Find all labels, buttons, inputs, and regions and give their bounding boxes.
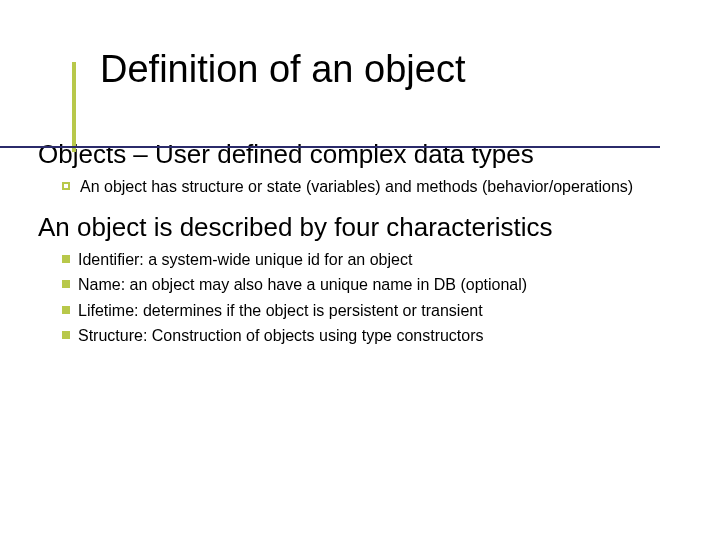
- bullet-icon: [62, 182, 70, 190]
- bullet-icon: [62, 255, 70, 263]
- bullet-list-1: An object has structure or state (variab…: [38, 176, 688, 198]
- list-item: Identifier: a system-wide unique id for …: [38, 249, 688, 271]
- title-area: Definition of an object: [0, 0, 720, 103]
- list-item: Lifetime: determines if the object is pe…: [38, 300, 688, 322]
- accent-bar: [72, 62, 76, 152]
- list-item-text: An object has structure or state (variab…: [80, 178, 633, 195]
- bullet-icon: [62, 331, 70, 339]
- slide-body: Objects – User defined complex data type…: [0, 103, 720, 347]
- list-item: An object has structure or state (variab…: [38, 176, 688, 198]
- section-heading-2: An object is described by four character…: [38, 212, 688, 243]
- section-heading-1: Objects – User defined complex data type…: [38, 139, 688, 170]
- list-item: Name: an object may also have a unique n…: [38, 274, 688, 296]
- horizontal-rule: [0, 146, 660, 148]
- list-item-text: Lifetime: determines if the object is pe…: [78, 302, 483, 319]
- list-item-text: Name: an object may also have a unique n…: [78, 276, 527, 293]
- bullet-list-2: Identifier: a system-wide unique id for …: [38, 249, 688, 347]
- list-item: Structure: Construction of objects using…: [38, 325, 688, 347]
- list-item-text: Structure: Construction of objects using…: [78, 327, 484, 344]
- slide: Definition of an object Objects – User d…: [0, 0, 720, 540]
- bullet-icon: [62, 280, 70, 288]
- bullet-icon: [62, 306, 70, 314]
- list-item-text: Identifier: a system-wide unique id for …: [78, 251, 412, 268]
- slide-title: Definition of an object: [100, 48, 720, 91]
